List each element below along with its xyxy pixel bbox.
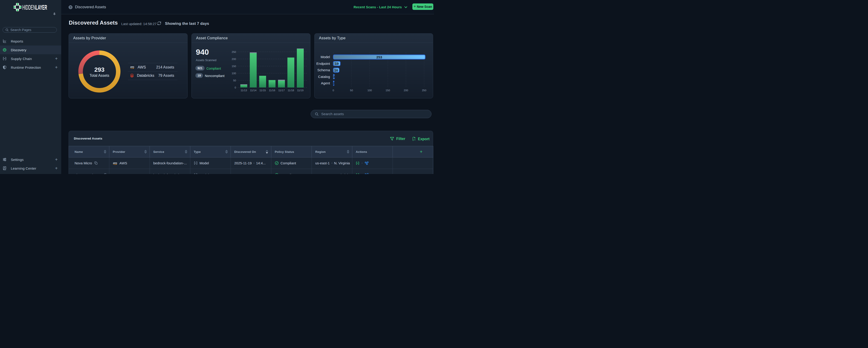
svg-text:Model: Model xyxy=(320,55,330,59)
svg-text:3: 3 xyxy=(333,75,335,79)
svg-text:11/14: 11/14 xyxy=(250,89,256,92)
svg-text:2: 2 xyxy=(333,81,335,85)
svg-text:250: 250 xyxy=(422,89,426,92)
svg-text:Schema: Schema xyxy=(317,68,330,72)
svg-text:AI: AI xyxy=(4,49,5,50)
svg-text:200: 200 xyxy=(404,89,408,92)
svg-text:Endpoint: Endpoint xyxy=(316,62,330,66)
svg-text:11/17: 11/17 xyxy=(278,89,285,92)
svg-text:Agent: Agent xyxy=(321,81,330,85)
svg-text:11/19: 11/19 xyxy=(297,89,304,92)
svg-text:aws: aws xyxy=(130,66,134,68)
svg-text:19: 19 xyxy=(335,62,339,66)
svg-text:11/16: 11/16 xyxy=(269,89,275,92)
svg-text:16: 16 xyxy=(334,68,338,72)
svg-text:100: 100 xyxy=(368,89,372,92)
svg-text:150: 150 xyxy=(386,89,390,92)
svg-text:250: 250 xyxy=(232,50,236,53)
svg-text:aws: aws xyxy=(113,161,117,164)
svg-text:100: 100 xyxy=(232,72,236,75)
svg-text:aws: aws xyxy=(113,173,117,174)
svg-text:253: 253 xyxy=(376,55,382,59)
svg-text:0: 0 xyxy=(235,86,236,89)
svg-text:11/13: 11/13 xyxy=(241,89,247,92)
svg-text:200: 200 xyxy=(232,58,236,61)
svg-text:50: 50 xyxy=(233,79,236,82)
svg-text:11/15: 11/15 xyxy=(259,89,266,92)
svg-text:Catalog: Catalog xyxy=(318,75,330,79)
svg-text:0: 0 xyxy=(333,89,334,92)
svg-text:11/18: 11/18 xyxy=(288,89,294,92)
svg-text:AI: AI xyxy=(70,6,71,8)
svg-text:150: 150 xyxy=(232,65,236,68)
svg-text:csv: csv xyxy=(413,139,416,140)
svg-text:50: 50 xyxy=(350,89,353,92)
